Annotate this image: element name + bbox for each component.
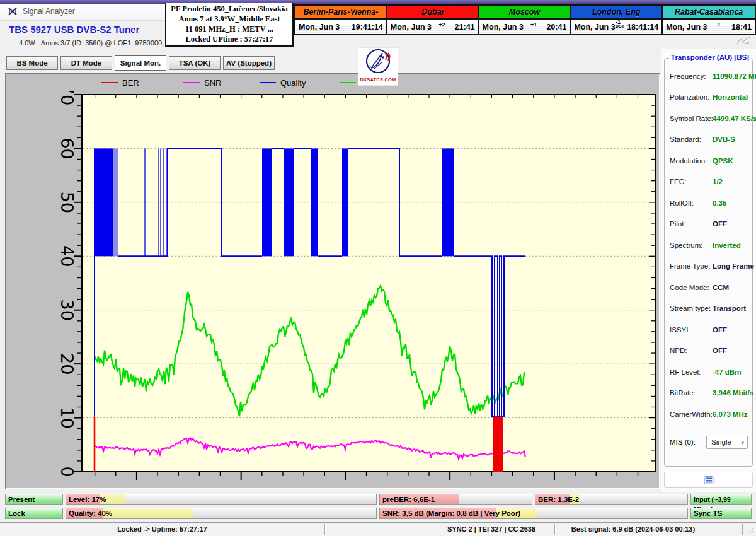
clock-city-label: Berlin-Paris-Vienna-Roma bbox=[295, 6, 386, 20]
clock-date: Mon, Jun 3 bbox=[391, 23, 432, 32]
field-issyi: ISSYIOFF bbox=[665, 326, 752, 336]
annotation-line-4: Locked UPtime : 57:27:17 bbox=[166, 34, 292, 44]
preber-bar: preBER: 6,6E-1 bbox=[379, 494, 532, 505]
resize-grip[interactable]: .: bbox=[750, 527, 754, 533]
satellite-dish-icon bbox=[364, 48, 392, 76]
quality-bar-yellow-fill bbox=[103, 508, 193, 518]
svg-text:30: 30 bbox=[57, 300, 77, 321]
chart-legend: BER SNR Quality Level bbox=[6, 75, 659, 90]
record-drive-button[interactable] bbox=[664, 472, 753, 488]
tab-av[interactable]: AV (Stopped) bbox=[223, 56, 275, 70]
app-icon bbox=[8, 6, 18, 19]
svg-text:60: 60 bbox=[57, 137, 77, 159]
clock-time: 19:41:14 bbox=[349, 23, 383, 32]
field-frame-type: Frame Type:Long Frame bbox=[665, 262, 752, 272]
clock-city-label: Moscow bbox=[479, 6, 570, 20]
field-carrierwidth: CarrierWidth:6,073 MHz bbox=[665, 411, 752, 421]
quality-bar: Quality: 40% bbox=[66, 508, 377, 519]
field-bitrate: BitRate:3,946 Mbit/s bbox=[665, 389, 752, 399]
legend-label: SNR bbox=[204, 78, 221, 88]
clock-dubai: Dubai Mon, Jun 3 +2 21:41 bbox=[387, 6, 479, 34]
statusbar-sync-info: SYNC 2 | TEI 327 | CC 2638 bbox=[403, 523, 580, 536]
svg-text:20: 20 bbox=[57, 353, 77, 375]
field-symbol-rate: Symbol Rate:4499,47 KS/s bbox=[665, 115, 752, 125]
tab-dt-mode[interactable]: DT Mode bbox=[60, 56, 112, 70]
annotation-line-1: PF Prodelin 450_Lučenec/Slovakia bbox=[166, 4, 292, 14]
svg-text:0: 0 bbox=[57, 466, 77, 477]
dst-label: DST bbox=[616, 24, 624, 28]
clock-time-row: Mon, Jun 3 -1DST 18:41:14 bbox=[571, 20, 662, 34]
legend-item-quality: Quality bbox=[260, 78, 340, 88]
signature-icon bbox=[736, 36, 751, 49]
logo-text: DXSATCS.COM bbox=[358, 77, 398, 83]
clock-date: Mon, Jun 3 bbox=[574, 23, 615, 32]
statusbar-divider bbox=[554, 524, 556, 535]
clock-city-label: Rabat-Casablanca bbox=[663, 6, 755, 20]
chevron-down-icon: ▾ bbox=[741, 437, 744, 449]
level-bar: Level: 17% bbox=[66, 494, 377, 505]
transponder-panel: Transponder (AU) [BS] Frequency:11090,87… bbox=[662, 49, 756, 492]
snr-bar: SNR: 3,5 dB (Margin: 0,8 dB | Very Poor) bbox=[379, 508, 688, 519]
ber-line-swatch bbox=[101, 82, 118, 83]
tab-signal-mon[interactable]: Signal Mon. bbox=[115, 55, 166, 71]
clock-time-row: Mon, Jun 3 +1 20:41 bbox=[479, 20, 570, 34]
legend-label: BER bbox=[122, 78, 139, 88]
clock-date: Mon, Jun 3 bbox=[483, 23, 524, 32]
annotation-box: PF Prodelin 450_Lučenec/Slovakia Amos 7 … bbox=[165, 3, 294, 47]
field-standard: Standard:DVB-S bbox=[665, 136, 752, 146]
mis-select[interactable]: Single ▾ bbox=[706, 436, 748, 449]
input-indicator: Input (~3,99 Mbps) bbox=[690, 494, 752, 505]
clock-offset: +1 bbox=[530, 21, 537, 28]
preber-bar-label: preBER: 6,6E-1 bbox=[382, 494, 435, 504]
clock-moscow: Moscow Mon, Jun 3 +1 20:41 bbox=[479, 6, 571, 34]
level-line-swatch bbox=[340, 82, 356, 83]
tab-tsa[interactable]: TSA (OK) bbox=[169, 56, 220, 70]
clock-city-label: London, Eng bbox=[571, 6, 662, 20]
clock-time-row: Mon, Jun 3 +2 21:41 bbox=[387, 20, 478, 34]
snr-bar-label: SNR: 3,5 dB (Margin: 0,8 dB | Very Poor) bbox=[382, 508, 520, 518]
ber-bar: BER: 1,3E-2 bbox=[535, 494, 688, 505]
world-clock-widget: Berlin-Paris-Vienna-Roma Mon, Jun 3 19:4… bbox=[294, 4, 756, 35]
clock-time: 20:41 bbox=[544, 23, 566, 32]
clock-time-row: Mon, Jun 3 19:41:14 bbox=[295, 20, 386, 34]
field-npd: NPD:OFF bbox=[665, 347, 752, 357]
drive-icon bbox=[704, 476, 714, 484]
field-stream-type: Stream type:Transport bbox=[665, 305, 752, 315]
clock-date: Mon, Jun 3 bbox=[299, 23, 340, 32]
statusbar-best-signal: Best signal: 6,9 dB (2024-06-03 00:13) bbox=[558, 523, 709, 536]
signal-chart-panel: BER SNR Quality Level 010203040506070 bbox=[5, 73, 660, 489]
clock-time: 18:41 bbox=[729, 23, 752, 32]
snr-line-swatch bbox=[183, 82, 200, 83]
level-bar-label: Level: 17% bbox=[69, 494, 106, 504]
clock-offset: -1 bbox=[716, 21, 721, 28]
quality-line-swatch bbox=[260, 82, 276, 83]
annotation-line-2: Amos 7 at 3.9°W_Middle East bbox=[166, 14, 292, 24]
mis-selected-value: Single bbox=[711, 438, 731, 446]
sync-ts-indicator: Sync TS bbox=[690, 508, 752, 519]
field-fec: FEC:1/2 bbox=[665, 178, 752, 188]
legend-label: Quality bbox=[280, 78, 306, 88]
statusbar-divider bbox=[742, 524, 743, 535]
quality-bar-label: Quality: 40% bbox=[69, 508, 112, 518]
field-code-mode: Code Mode:CCM bbox=[665, 284, 752, 294]
bottom-statusbar: Locked -> Uptime: 57:27:17 SYNC 2 | TEI … bbox=[0, 522, 756, 536]
annotation-line-3: 11 091 MHz_H : METV ... bbox=[166, 24, 292, 34]
tab-bs-mode[interactable]: BS Mode bbox=[6, 56, 58, 70]
legend-item-snr: SNR bbox=[183, 78, 260, 88]
svg-text:70: 70 bbox=[57, 91, 77, 105]
clock-city-label: Dubai bbox=[387, 6, 478, 20]
field-mis: MIS (0): Single ▾ bbox=[665, 436, 752, 450]
field-rolloff: RollOff:0.35 bbox=[665, 199, 752, 209]
clock-time: 21:41 bbox=[452, 23, 475, 32]
lock-indicator: Lock bbox=[5, 508, 63, 519]
field-polarization: Polarization:Horizontal bbox=[665, 93, 752, 103]
statusbar-uptime: Locked -> Uptime: 57:27:17 bbox=[0, 523, 324, 536]
statusbar-divider bbox=[324, 524, 326, 535]
clock-time-row: Mon, Jun 3 -1 18:41 bbox=[663, 20, 755, 34]
signal-analyzer-window: { "window": { "title": "Signal Analyzer"… bbox=[0, 0, 756, 536]
field-spectrum: Spectrum:Inverted bbox=[665, 242, 752, 252]
signal-chart-svg: 010203040506070 bbox=[6, 91, 659, 488]
svg-text:50: 50 bbox=[57, 192, 77, 213]
transponder-groupbox: Transponder (AU) [BS] Frequency:11090,87… bbox=[664, 58, 753, 467]
svg-text:40: 40 bbox=[57, 245, 77, 267]
